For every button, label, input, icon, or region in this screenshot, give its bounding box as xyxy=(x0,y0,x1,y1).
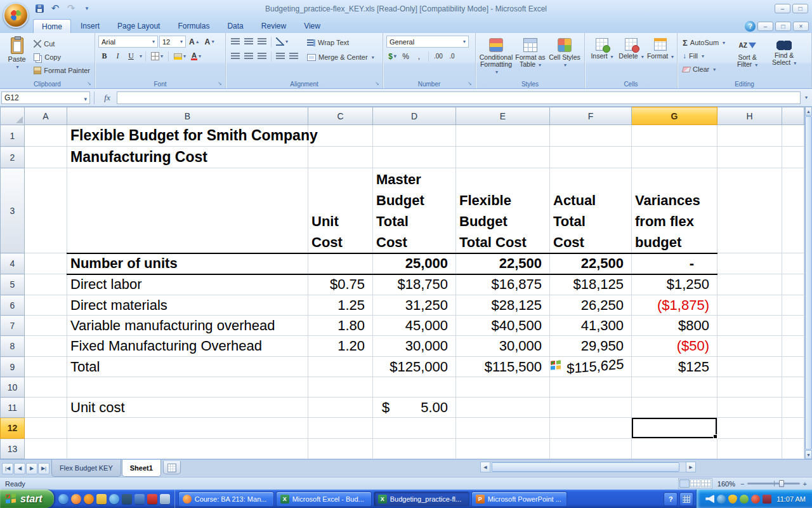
cell-A5[interactable] xyxy=(25,274,67,295)
workbook-minimize-button[interactable] xyxy=(757,22,773,31)
cell-B6[interactable]: Direct materials xyxy=(67,295,308,316)
vertical-scroll-thumb[interactable] xyxy=(805,116,812,450)
horizontal-scrollbar[interactable] xyxy=(480,462,696,472)
cell-H5[interactable] xyxy=(717,274,782,295)
cell-C11[interactable] xyxy=(308,398,373,418)
alignment-dialog-launcher[interactable] xyxy=(375,81,381,87)
cell-H7[interactable] xyxy=(717,316,782,336)
taskbar-button-2[interactable]: Microsoft Excel - Bud... xyxy=(276,491,372,507)
wrap-text-button[interactable]: Wrap Text xyxy=(305,37,376,48)
cell-E10[interactable] xyxy=(456,377,550,398)
column-header-G[interactable]: G xyxy=(632,107,717,125)
align-bottom-button[interactable] xyxy=(256,36,268,48)
cell-A2[interactable] xyxy=(25,147,67,168)
cell-D9[interactable]: $125,000 xyxy=(373,357,456,377)
cell-E6[interactable]: $28,125 xyxy=(456,295,550,316)
cell-E12[interactable] xyxy=(456,418,550,439)
network-tray-icon[interactable] xyxy=(717,495,726,504)
cell-G4[interactable]: - xyxy=(632,253,717,274)
help-icon[interactable] xyxy=(745,21,756,32)
insert-cells-button[interactable]: Insert xyxy=(588,36,616,77)
cell-A13[interactable] xyxy=(25,439,67,459)
tab-data[interactable]: Data xyxy=(219,19,251,33)
paste-dropdown-icon[interactable] xyxy=(16,64,19,70)
cell-D7[interactable]: 45,000 xyxy=(373,316,456,336)
formula-input[interactable] xyxy=(117,91,801,104)
cell-B11[interactable]: Unit cost xyxy=(67,398,308,418)
normal-view-button[interactable] xyxy=(679,479,690,488)
cell-E13[interactable] xyxy=(456,439,550,459)
zoom-slider[interactable] xyxy=(740,480,807,488)
cell-B1[interactable]: Flexible Budget for Smith Company xyxy=(67,125,308,147)
increase-decimal-button[interactable]: .00 xyxy=(432,50,445,62)
cell-D8[interactable]: 30,000 xyxy=(373,336,456,357)
number-dialog-launcher[interactable] xyxy=(468,81,474,87)
cell-B5[interactable]: Direct labor xyxy=(67,274,308,295)
cell-H8[interactable] xyxy=(717,336,782,357)
formula-bar-expand-icon[interactable] xyxy=(802,91,811,104)
cell-H13[interactable] xyxy=(717,439,782,459)
outlook-icon[interactable] xyxy=(96,494,107,504)
cell-F10[interactable] xyxy=(550,377,632,398)
conditional-formatting-button[interactable]: Conditional Formatting xyxy=(479,36,513,77)
horizontal-scroll-thumb[interactable] xyxy=(492,462,679,472)
office-button[interactable] xyxy=(3,3,29,28)
cell-C13[interactable] xyxy=(308,439,373,459)
cut-button[interactable]: Cut xyxy=(32,38,92,50)
messenger-icon[interactable] xyxy=(109,494,119,504)
zoom-level[interactable]: 160% xyxy=(717,480,735,488)
underline-button[interactable]: U xyxy=(125,50,137,62)
workbook-restore-button[interactable] xyxy=(775,22,791,31)
row-header-4[interactable]: 4 xyxy=(1,253,25,274)
next-sheet-icon[interactable] xyxy=(26,463,37,474)
cell-H6[interactable] xyxy=(717,295,782,316)
delete-cells-button[interactable]: Delete xyxy=(617,36,645,77)
row-header-13[interactable]: 13 xyxy=(1,439,25,459)
row-header-1[interactable]: 1 xyxy=(1,125,25,147)
cell-G6[interactable]: ($1,875) xyxy=(632,295,717,316)
cell-F12[interactable] xyxy=(550,418,632,439)
cell-F13[interactable] xyxy=(550,439,632,459)
cell-G13[interactable] xyxy=(632,439,717,459)
select-all-corner[interactable] xyxy=(1,107,25,125)
cell-A8[interactable] xyxy=(25,336,67,357)
cell-E1[interactable] xyxy=(456,125,550,147)
word-tray-icon[interactable] xyxy=(763,495,771,504)
align-right-button[interactable] xyxy=(256,50,268,62)
row-header-12[interactable]: 12 xyxy=(1,418,25,439)
font-size-dropdown-icon[interactable] xyxy=(180,39,183,44)
cell-H3[interactable] xyxy=(717,168,782,253)
column-header-C[interactable]: C xyxy=(308,107,373,125)
font-dialog-launcher[interactable] xyxy=(218,81,224,87)
cell-D1[interactable] xyxy=(373,125,456,147)
row-header-9[interactable]: 9 xyxy=(1,357,25,377)
undo-button[interactable] xyxy=(49,3,62,14)
scroll-left-icon[interactable] xyxy=(480,462,490,472)
taskbar-button-1[interactable]: Course: BA 213: Man... xyxy=(178,491,274,507)
clipboard-dialog-launcher[interactable] xyxy=(87,81,93,87)
cell-D4[interactable]: 25,000 xyxy=(373,253,456,274)
cell-B4[interactable]: Number of units xyxy=(67,253,308,274)
tab-review[interactable]: Review xyxy=(253,19,294,33)
cell-H1[interactable] xyxy=(717,125,782,147)
font-family-dropdown-icon[interactable] xyxy=(152,39,155,44)
cell-G11[interactable] xyxy=(632,398,717,418)
row-header-8[interactable]: 8 xyxy=(1,336,25,357)
cell-B9[interactable]: Total xyxy=(67,357,308,377)
comma-style-button[interactable]: , xyxy=(413,50,425,62)
tab-home[interactable]: Home xyxy=(33,19,71,33)
italic-button[interactable]: I xyxy=(112,50,124,62)
cell-F8[interactable]: 29,950 xyxy=(550,336,632,357)
cell-E11[interactable] xyxy=(456,398,550,418)
cell-C6[interactable]: 1.25 xyxy=(308,295,373,316)
cell-B3[interactable] xyxy=(67,168,308,253)
cell-C2[interactable] xyxy=(308,147,373,168)
decrease-indent-button[interactable] xyxy=(274,50,287,62)
cell-C5[interactable]: $0.75 xyxy=(308,274,373,295)
maximize-button[interactable] xyxy=(792,4,808,13)
help-taskbar-icon[interactable] xyxy=(664,492,678,506)
cell-G5[interactable]: $1,250 xyxy=(632,274,717,295)
cell-G3[interactable]: Variancesfrom flexbudget xyxy=(632,168,717,253)
cell-E5[interactable]: $16,875 xyxy=(456,274,550,295)
orientation-button[interactable] xyxy=(274,36,290,48)
